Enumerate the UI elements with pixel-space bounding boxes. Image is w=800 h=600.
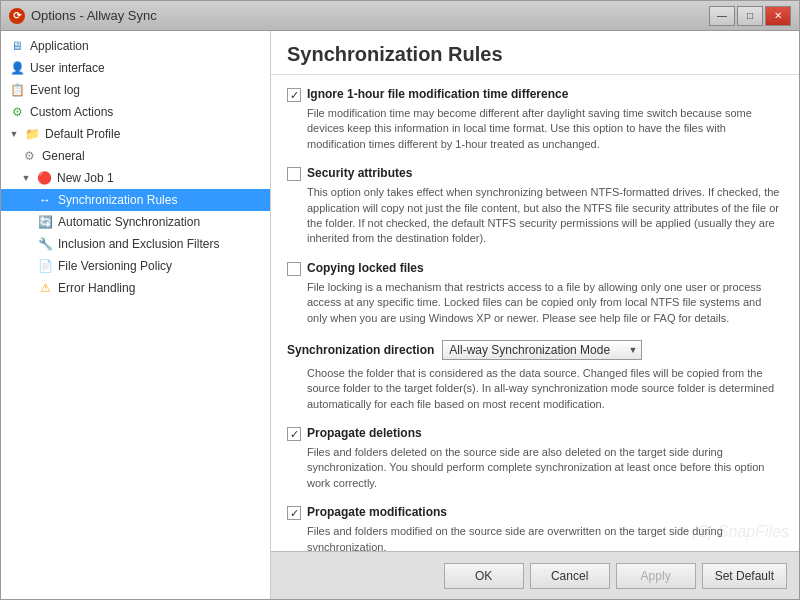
sync-direction-select[interactable]: All-way Synchronization Mode Left to Rig… bbox=[442, 340, 642, 360]
option-title-propagate-modifications: Propagate modifications bbox=[307, 505, 447, 519]
window-title: Options - Allway Sync bbox=[31, 8, 157, 23]
close-button[interactable]: ✕ bbox=[765, 6, 791, 26]
panel-header: Synchronization Rules bbox=[271, 31, 799, 75]
default-profile-toggle: ▼ bbox=[9, 129, 19, 139]
user-interface-icon: 👤 bbox=[9, 60, 25, 76]
default-profile-icon: 📁 bbox=[24, 126, 40, 142]
sidebar-item-application[interactable]: 🖥 Application bbox=[1, 35, 270, 57]
sidebar-label-default-profile: Default Profile bbox=[45, 127, 120, 141]
checkbox-propagate-modifications[interactable]: ✓ bbox=[287, 506, 301, 520]
sidebar-item-general[interactable]: ⚙ General bbox=[1, 145, 270, 167]
sidebar-label-event-log: Event log bbox=[30, 83, 80, 97]
ok-button[interactable]: OK bbox=[444, 563, 524, 589]
sidebar-label-new-job-1: New Job 1 bbox=[57, 171, 114, 185]
option-security-attrs: Security attributes This option only tak… bbox=[287, 166, 783, 247]
option-title-ignore-time-diff: Ignore 1-hour file modification time dif… bbox=[307, 87, 568, 101]
error-handling-icon: ⚠ bbox=[37, 280, 53, 296]
checkbox-security-attrs[interactable] bbox=[287, 167, 301, 181]
sidebar-label-error-handling: Error Handling bbox=[58, 281, 135, 295]
panel-body: ✓ Ignore 1-hour file modification time d… bbox=[271, 75, 799, 551]
sidebar-item-auto-sync[interactable]: 🔄 Automatic Synchronization bbox=[1, 211, 270, 233]
application-icon: 🖥 bbox=[9, 38, 25, 54]
maximize-button[interactable]: □ bbox=[737, 6, 763, 26]
footer: OK Cancel Apply Set Default bbox=[271, 551, 799, 599]
main-window: ⟳ Options - Allway Sync — □ ✕ 🖥 Applicat… bbox=[0, 0, 800, 600]
app-icon: ⟳ bbox=[9, 8, 25, 24]
sidebar-label-application: Application bbox=[30, 39, 89, 53]
option-title-security-attrs: Security attributes bbox=[307, 166, 412, 180]
sidebar-label-sync-rules: Synchronization Rules bbox=[58, 193, 177, 207]
sidebar-item-event-log[interactable]: 📋 Event log bbox=[1, 79, 270, 101]
sidebar-label-custom-actions: Custom Actions bbox=[30, 105, 113, 119]
option-copy-locked: Copying locked files File locking is a m… bbox=[287, 261, 783, 326]
sync-direction-select-wrapper: All-way Synchronization Mode Left to Rig… bbox=[442, 340, 642, 360]
option-desc-copy-locked: File locking is a mechanism that restric… bbox=[307, 280, 783, 326]
title-bar-left: ⟳ Options - Allway Sync bbox=[9, 8, 157, 24]
sidebar-item-file-versioning[interactable]: 📄 File Versioning Policy bbox=[1, 255, 270, 277]
checkbox-propagate-deletions[interactable]: ✓ bbox=[287, 427, 301, 441]
sidebar-label-file-versioning: File Versioning Policy bbox=[58, 259, 172, 273]
option-ignore-time-diff: ✓ Ignore 1-hour file modification time d… bbox=[287, 87, 783, 152]
option-desc-propagate-deletions: Files and folders deleted on the source … bbox=[307, 445, 783, 491]
title-bar-buttons: — □ ✕ bbox=[709, 6, 791, 26]
sidebar-label-user-interface: User interface bbox=[30, 61, 105, 75]
option-desc-security-attrs: This option only takes effect when synch… bbox=[307, 185, 783, 247]
sidebar-item-error-handling[interactable]: ⚠ Error Handling bbox=[1, 277, 270, 299]
general-icon: ⚙ bbox=[21, 148, 37, 164]
sync-direction-label: Synchronization direction bbox=[287, 343, 434, 357]
cancel-button[interactable]: Cancel bbox=[530, 563, 610, 589]
main-content: 🖥 Application 👤 User interface 📋 Event l… bbox=[1, 31, 799, 599]
new-job-1-toggle: ▼ bbox=[21, 173, 31, 183]
checkbox-copy-locked[interactable] bbox=[287, 262, 301, 276]
minimize-button[interactable]: — bbox=[709, 6, 735, 26]
sidebar-label-general: General bbox=[42, 149, 85, 163]
sidebar-item-new-job-1[interactable]: ▼ 🔴 New Job 1 bbox=[1, 167, 270, 189]
option-title-copy-locked: Copying locked files bbox=[307, 261, 424, 275]
sidebar: 🖥 Application 👤 User interface 📋 Event l… bbox=[1, 31, 271, 599]
sidebar-item-custom-actions[interactable]: ⚙ Custom Actions bbox=[1, 101, 270, 123]
title-bar: ⟳ Options - Allway Sync — □ ✕ bbox=[1, 1, 799, 31]
sync-rules-icon: ↔ bbox=[37, 192, 53, 208]
sidebar-item-sync-rules[interactable]: ↔ Synchronization Rules bbox=[1, 189, 270, 211]
checkbox-ignore-time-diff[interactable]: ✓ bbox=[287, 88, 301, 102]
option-sync-direction: Synchronization direction All-way Synchr… bbox=[287, 340, 783, 412]
sidebar-label-inclusion-filters: Inclusion and Exclusion Filters bbox=[58, 237, 219, 251]
watermark: (S) SnapFiles bbox=[692, 523, 789, 541]
sidebar-item-user-interface[interactable]: 👤 User interface bbox=[1, 57, 270, 79]
option-title-propagate-deletions: Propagate deletions bbox=[307, 426, 422, 440]
panel-title: Synchronization Rules bbox=[287, 43, 783, 66]
filter-icon: 🔧 bbox=[37, 236, 53, 252]
event-log-icon: 📋 bbox=[9, 82, 25, 98]
sidebar-label-auto-sync: Automatic Synchronization bbox=[58, 215, 200, 229]
option-desc-sync-direction: Choose the folder that is considered as … bbox=[307, 366, 783, 412]
sidebar-item-default-profile[interactable]: ▼ 📁 Default Profile bbox=[1, 123, 270, 145]
apply-button[interactable]: Apply bbox=[616, 563, 696, 589]
sidebar-item-inclusion-filters[interactable]: 🔧 Inclusion and Exclusion Filters bbox=[1, 233, 270, 255]
option-desc-ignore-time-diff: File modification time may become differ… bbox=[307, 106, 783, 152]
custom-actions-icon: ⚙ bbox=[9, 104, 25, 120]
new-job-icon: 🔴 bbox=[36, 170, 52, 186]
auto-sync-icon: 🔄 bbox=[37, 214, 53, 230]
set-default-button[interactable]: Set Default bbox=[702, 563, 787, 589]
file-versioning-icon: 📄 bbox=[37, 258, 53, 274]
right-panel: Synchronization Rules ✓ Ignore 1-hour fi… bbox=[271, 31, 799, 599]
option-propagate-deletions: ✓ Propagate deletions Files and folders … bbox=[287, 426, 783, 491]
